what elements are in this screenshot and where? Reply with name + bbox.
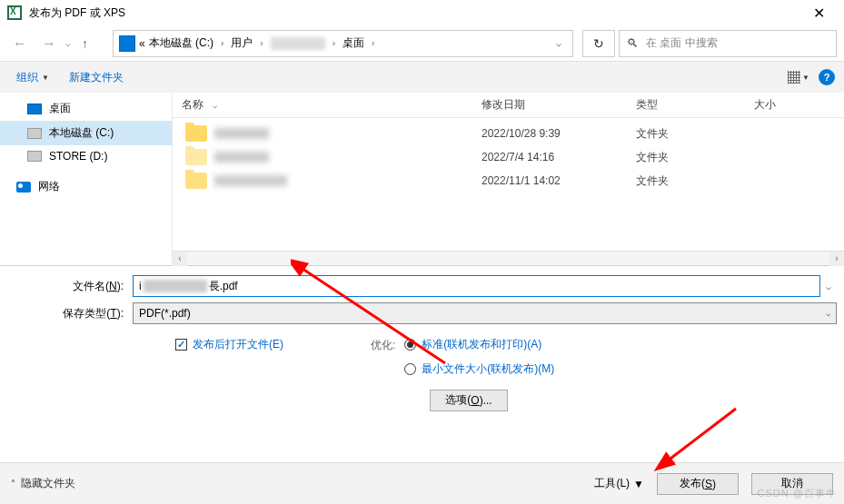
filename-dropdown[interactable]: ⌵ [820, 282, 837, 292]
organize-button[interactable]: 组织▼ [9, 66, 56, 89]
up-button[interactable]: ↑ [82, 36, 104, 51]
radio-icon [404, 339, 416, 351]
folder-icon [185, 125, 207, 142]
address-dropdown[interactable]: ⌵ [551, 38, 567, 48]
radio-label: 最小文件大小(联机发布)(M) [422, 361, 554, 377]
location-icon [119, 35, 135, 52]
refresh-button[interactable]: ↻ [582, 30, 615, 57]
chevron-right-icon: › [368, 38, 378, 48]
breadcrumb-item-redacted[interactable] [271, 37, 325, 50]
breadcrumb-item[interactable]: 用户 [231, 35, 253, 51]
search-icon: 🔍︎ [627, 36, 639, 50]
options-area: ✓ 发布后打开文件(E) 优化: 标准(联机发布和打印)(A) 最小文件大小(联… [0, 330, 844, 411]
file-rows: 2022/10/28 9:39 文件夹 2022/7/4 14:16 文件夹 2… [173, 118, 844, 251]
file-date: 2022/11/1 14:02 [472, 174, 627, 187]
scroll-right-icon[interactable]: › [829, 252, 844, 266]
optimize-minimum-radio[interactable]: 最小文件大小(联机发布)(M) [404, 361, 554, 377]
table-row[interactable]: 2022/11/1 14:02 文件夹 [173, 169, 844, 193]
file-name-redacted [214, 152, 269, 163]
breadcrumb-item[interactable]: 桌面 [343, 35, 364, 51]
open-after-publish-checkbox[interactable]: ✓ 发布后打开文件(E) [175, 337, 371, 352]
col-type[interactable]: 类型 [627, 97, 745, 113]
footer: ˄ 隐藏文件夹 工具(L) ▼ 发布(S) 取消 [0, 462, 844, 504]
file-list: 名称⌵ 修改日期 类型 大小 2022/10/28 9:39 文件夹 2022/… [173, 93, 844, 265]
publish-button[interactable]: 发布(S) [657, 473, 739, 495]
sidebar-label: 本地磁盘 (C:) [49, 125, 114, 141]
filename-input[interactable]: i長.pdf [133, 275, 820, 297]
radio-icon [404, 363, 416, 375]
history-dropdown[interactable]: ⌵ [65, 38, 78, 48]
search-input[interactable]: 🔍︎ 在 桌面 中搜索 [619, 30, 837, 57]
savetype-value: PDF(*.pdf) [139, 307, 191, 320]
file-date: 2022/7/4 14:16 [472, 151, 627, 163]
file-type: 文件夹 [627, 173, 745, 189]
forward-button[interactable]: → [36, 31, 62, 56]
col-date[interactable]: 修改日期 [472, 97, 627, 113]
sidebar-item-store-d[interactable]: STORE (D:) [0, 145, 172, 167]
optimize-label: 优化: [371, 337, 395, 377]
file-date: 2022/10/28 9:39 [472, 127, 627, 140]
toolbar: 组织▼ 新建文件夹 ▼ ? [0, 62, 844, 93]
address-bar[interactable]: « 本地磁盘 (C:) › 用户 › › 桌面 › ⌵ [113, 30, 573, 57]
watermark: CSDN @百事牛 [758, 487, 837, 500]
navigation-bar: ← → ⌵ ↑ « 本地磁盘 (C:) › 用户 › › 桌面 › ⌵ ↻ 🔍︎… [0, 25, 844, 62]
breadcrumb-prefix: « [139, 37, 145, 50]
folder-icon [185, 173, 207, 189]
optimize-standard-radio[interactable]: 标准(联机发布和打印)(A) [404, 337, 554, 352]
new-folder-button[interactable]: 新建文件夹 [62, 66, 131, 89]
network-icon [16, 182, 31, 193]
excel-app-icon [7, 5, 22, 20]
horizontal-scrollbar[interactable]: ‹ › [173, 251, 844, 265]
file-name-redacted [214, 175, 287, 186]
breadcrumb-item[interactable]: 本地磁盘 (C:) [149, 35, 213, 51]
back-button[interactable]: ← [7, 31, 33, 56]
chevron-up-icon: ˄ [11, 479, 15, 489]
savetype-dropdown[interactable]: PDF(*.pdf) ⌵ [133, 302, 837, 324]
options-button[interactable]: 选项(O)... [430, 390, 508, 411]
sidebar: 桌面 本地磁盘 (C:) STORE (D:) 网络 [0, 93, 173, 265]
help-button[interactable]: ? [819, 69, 835, 85]
col-name[interactable]: 名称⌵ [173, 97, 472, 113]
col-size[interactable]: 大小 [745, 97, 829, 113]
chevron-right-icon: › [217, 38, 227, 48]
table-row[interactable]: 2022/10/28 9:39 文件夹 [173, 122, 844, 145]
file-type: 文件夹 [627, 126, 745, 142]
file-name-redacted [214, 128, 269, 139]
hide-folders-toggle[interactable]: ˄ 隐藏文件夹 [11, 476, 75, 491]
desktop-icon [27, 104, 42, 114]
sidebar-label: 桌面 [49, 101, 71, 116]
chevron-down-icon: ⌵ [826, 309, 830, 318]
sidebar-label: 网络 [38, 179, 60, 194]
chevron-right-icon: › [329, 38, 339, 48]
search-placeholder: 在 桌面 中搜索 [646, 35, 718, 51]
table-row[interactable]: 2022/7/4 14:16 文件夹 [173, 145, 844, 169]
main-area: 桌面 本地磁盘 (C:) STORE (D:) 网络 名称⌵ 修改日期 类型 大… [0, 93, 844, 265]
sidebar-item-network[interactable]: 网络 [0, 174, 172, 199]
view-options-button[interactable]: ▼ [788, 68, 813, 86]
checkbox-icon: ✓ [175, 339, 187, 351]
drive-icon [27, 151, 42, 162]
filename-label: 文件名(N): [7, 279, 133, 294]
column-headers: 名称⌵ 修改日期 类型 大小 [173, 93, 844, 118]
file-type: 文件夹 [627, 150, 745, 165]
sidebar-item-desktop[interactable]: 桌面 [0, 96, 172, 121]
titlebar: 发布为 PDF 或 XPS ✕ [0, 0, 844, 25]
sidebar-label: STORE (D:) [49, 150, 107, 163]
sidebar-item-local-disk-c[interactable]: 本地磁盘 (C:) [0, 121, 172, 145]
window-title: 发布为 PDF 或 XPS [29, 5, 800, 21]
form-area: 文件名(N): i長.pdf ⌵ 保存类型(T): PDF(*.pdf) ⌵ [0, 266, 844, 324]
drive-icon [27, 128, 42, 139]
folder-icon [185, 149, 207, 165]
radio-label: 标准(联机发布和打印)(A) [422, 337, 541, 352]
tools-dropdown[interactable]: 工具(L) ▼ [594, 476, 644, 491]
savetype-label: 保存类型(T): [7, 306, 133, 321]
svg-line-1 [667, 409, 736, 461]
close-button[interactable]: ✕ [800, 5, 837, 22]
chevron-right-icon: › [256, 38, 266, 48]
scroll-left-icon[interactable]: ‹ [173, 252, 187, 266]
